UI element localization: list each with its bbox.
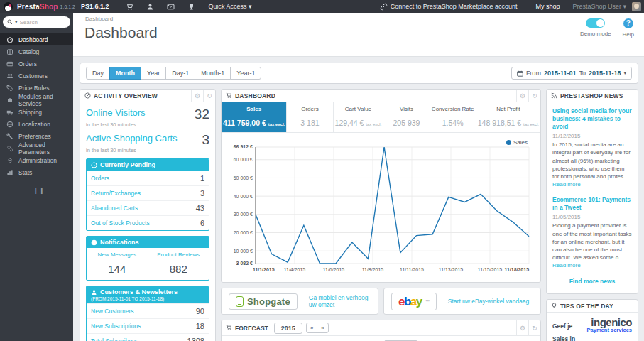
search-scope-caret[interactable]: ▾ [15, 19, 18, 25]
new-subscriptions-link[interactable]: New Subscriptions [91, 323, 141, 330]
info-icon [91, 239, 97, 246]
customers-icon[interactable] [146, 3, 154, 11]
metric-net-profit[interactable]: Net Profit 148 918,51 € tax excl. [476, 102, 540, 132]
date-range-picker[interactable]: From 2015-11-01 To 2015-11-18 ▾ [511, 67, 632, 80]
metric-cart-value[interactable]: Cart Value 129,44 € tax excl. [333, 102, 383, 132]
sidebar-item-preferences[interactable]: Preferences [0, 130, 73, 142]
user-menu[interactable]: PrestaShop User ▾ [572, 3, 626, 10]
page-title: Dashboard [73, 24, 644, 41]
panel-refresh-icon[interactable]: ↻ [203, 90, 215, 102]
range-year-1-button[interactable]: Year-1 [230, 67, 261, 80]
forecast-prev-button[interactable]: « [306, 323, 317, 333]
bar-chart-icon [6, 169, 13, 176]
sidebar-item-label: Orders [18, 60, 37, 67]
date-to-label: To [579, 70, 586, 77]
pending-orders-link[interactable]: Orders [91, 175, 109, 182]
active-carts-link[interactable]: Active Shopping Carts [86, 133, 178, 144]
metric-sales[interactable]: Sales 411 759,00 € tax excl. [222, 102, 286, 132]
sidebar-item-label: Stats [18, 169, 32, 176]
metric-visits[interactable]: Visits 205 939 [383, 102, 429, 132]
shopgate-banner[interactable]: Shopgate Ga mobiel en verhoog uw omzet [221, 288, 378, 315]
sidebar-item-label: Dashboard [18, 36, 48, 43]
out-of-stock-link[interactable]: Out of Stock Products [91, 220, 150, 227]
sidebar-item-administration[interactable]: Administration [0, 154, 73, 166]
demo-mode-toggle[interactable] [586, 18, 605, 28]
sidebar-item-shipping[interactable]: Shipping [0, 106, 73, 118]
marketplace-connect-link[interactable]: Connect to PrestaShop Marketplace accoun… [380, 3, 518, 11]
search-icon [7, 19, 13, 25]
panel-refresh-icon[interactable]: ↻ [528, 90, 540, 102]
svg-text:20 000 €: 20 000 € [234, 230, 253, 235]
activity-icon [84, 92, 91, 99]
range-month-button[interactable]: Month [109, 67, 141, 80]
metric-orders[interactable]: Orders 3 181 [286, 102, 332, 132]
search-input[interactable] [20, 19, 58, 26]
tips-panel-title: TIPS OF THE DAY [547, 303, 613, 310]
shopgate-phone-icon [236, 296, 244, 307]
sidebar-item-label: Administration [18, 157, 57, 164]
sidebar-item-advanced-parameters[interactable]: Advanced Parameters [0, 142, 73, 154]
range-day-1-button[interactable]: Day-1 [165, 67, 195, 80]
pending-returns-link[interactable]: Return/Exchanges [91, 190, 141, 197]
sidebar-item-catalog[interactable]: Catalog [0, 45, 73, 58]
prestashop-logo-icon[interactable] [4, 2, 13, 11]
svg-text:66 912 €: 66 912 € [234, 144, 253, 149]
news-article-title[interactable]: Using social media for your business: 4 … [552, 107, 632, 131]
sidebar-item-customers[interactable]: Customers [0, 70, 73, 82]
ebay-link[interactable]: Start uw eBay-winkel vandaag [448, 298, 529, 305]
sidebar-item-label: Localization [18, 121, 50, 128]
shopgate-link[interactable]: Ga mobiel en verhoog uw omzet [309, 294, 371, 308]
panel-settings-icon[interactable]: ⚙ [516, 90, 528, 102]
currently-pending-section: Currently Pending Orders1 Return/Exchang… [86, 158, 209, 231]
panel-refresh-icon[interactable]: ↻ [528, 320, 540, 336]
product-reviews-cell[interactable]: Product Reviews 882 [148, 248, 209, 280]
range-day-button[interactable]: Day [86, 67, 110, 80]
help-icon[interactable]: ? [623, 18, 633, 28]
lightbulb-icon [551, 303, 557, 309]
abandoned-carts-link[interactable]: Abandoned Carts [91, 205, 138, 212]
new-messages-cell[interactable]: New Messages 144 [87, 248, 148, 280]
news-article-title[interactable]: Ecommerce 101: Payments in a Tweet [552, 196, 632, 212]
ebay-banner[interactable]: ebay™ Start uw eBay-winkel vandaag [383, 288, 541, 315]
sidebar-item-label: Modules and Services [18, 93, 73, 107]
sidebar-item-label: Preferences [18, 133, 51, 140]
quick-access-menu[interactable]: Quick Access ▾ [209, 3, 252, 10]
sidebar-search[interactable]: ▾ [3, 16, 70, 28]
trophy-icon[interactable] [187, 3, 195, 11]
sidebar-collapse-button[interactable]: ❙❙ [33, 187, 40, 194]
forecast-next-button[interactable]: » [317, 323, 328, 333]
panel-settings-icon[interactable]: ⚙ [516, 320, 528, 336]
gauge-icon [6, 36, 13, 43]
sidebar-item-stats[interactable]: Stats [0, 166, 73, 178]
brand-presta: Presta [17, 3, 40, 11]
date-to-value: 2015-11-18 [589, 70, 621, 77]
notifications-section: Notifications New Messages 144 Product R… [86, 236, 209, 281]
panel-settings-icon[interactable]: ⚙ [191, 90, 203, 102]
brand-name[interactable]: PrestaShop [17, 3, 58, 11]
range-month-1-button[interactable]: Month-1 [195, 67, 231, 80]
chart-legend[interactable]: Sales [503, 139, 530, 146]
sidebar-item-localization[interactable]: Localization [0, 118, 73, 130]
sidebar-item-dashboard[interactable]: Dashboard [0, 33, 73, 45]
total-subscribers-link[interactable]: Total Subscribers [91, 337, 137, 341]
sidebar-nav: ▾ Dashboard Catalog Orders Customers Pri… [0, 13, 73, 341]
sidebar-item-modules[interactable]: Modules and Services [0, 94, 73, 106]
user-avatar[interactable] [632, 2, 641, 11]
cart-icon[interactable] [126, 3, 133, 11]
range-year-button[interactable]: Year [141, 67, 166, 80]
sidebar-item-price-rules[interactable]: Price Rules [0, 82, 73, 94]
chevron-down-icon: ▾ [623, 70, 626, 76]
messages-icon[interactable] [167, 3, 175, 11]
find-more-news-link[interactable]: Find more news [552, 278, 632, 285]
metric-conversion-rate[interactable]: Conversion Rate 1.54% [430, 102, 476, 132]
news-article: Ecommerce 101: Payments in a Tweet 11/05… [552, 196, 632, 269]
product-reviews-link[interactable]: Product Reviews [150, 251, 208, 258]
online-visitors-link[interactable]: Online Visitors [86, 107, 146, 118]
read-more-link[interactable]: Read more [552, 262, 581, 269]
new-messages-link[interactable]: New Messages [88, 251, 146, 258]
my-shop-link[interactable]: My shop [535, 3, 560, 10]
read-more-link[interactable]: Read more [552, 181, 581, 188]
new-customers-link[interactable]: New Customers [91, 308, 133, 315]
forecast-panel: FORECAST 2015 « » ⚙ ↻ Traffic Conversi [221, 320, 541, 341]
sidebar-item-orders[interactable]: Orders [0, 58, 73, 70]
